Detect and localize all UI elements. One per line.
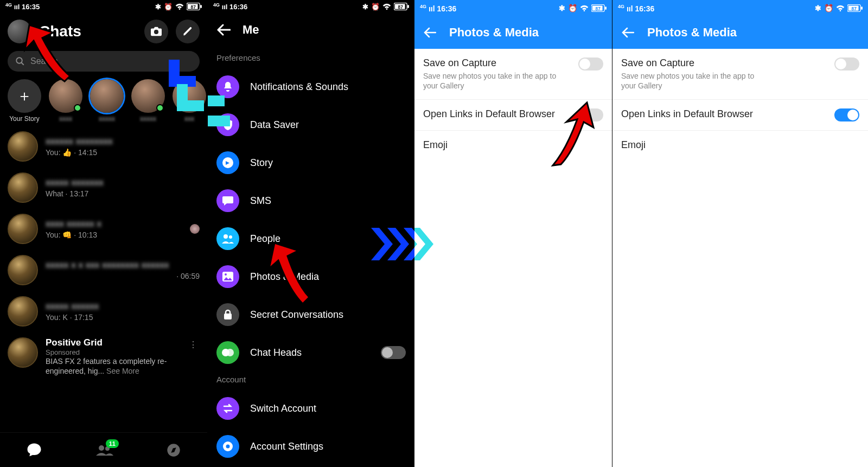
chat-row[interactable]: xxxx xxxxxx xYou: 👊 · 10:13 [0,208,207,250]
alarm-icon: ⏰ [371,3,380,11]
svg-rect-28 [605,7,607,10]
search-input[interactable]: Search [8,51,200,72]
battery-icon: 87 [847,4,863,12]
pref-account-settings[interactable]: Account Settings [208,427,414,465]
chat-row[interactable]: xxxxx x x xxx xxxxxxxx xxxxxx · 06:59 [0,250,207,291]
photo-icon [216,265,239,288]
bell-icon [216,75,239,98]
chat-heads-icon [216,341,239,364]
section-preferences: Preferences [208,50,414,68]
pref-switch-account[interactable]: Switch Account [208,389,414,427]
battery-icon: 87 [394,3,409,10]
svg-text:87: 87 [190,4,196,10]
alarm-icon: ⏰ [164,3,173,11]
pref-notifications[interactable]: Notifications & Sounds [208,68,414,106]
chat-heads-toggle[interactable] [381,346,406,359]
section-account: Account [208,372,414,389]
battery-icon: 87 [591,4,607,12]
your-story-add[interactable]: ＋ [8,79,41,113]
battery-icon: 87 [187,3,202,10]
row-open-links[interactable]: Open Links in Default Browser [612,100,868,131]
open-links-toggle[interactable] [834,108,859,121]
story-avatar[interactable] [173,79,206,113]
row-open-links[interactable]: Open Links in Default Browser [414,100,612,131]
pref-secret[interactable]: Secret Conversations [208,296,414,334]
row-save-on-capture[interactable]: Save on Capture Save new photos you take… [414,49,612,100]
pref-photos-media[interactable]: Photos & Media [208,258,414,296]
pref-chat-heads[interactable]: Chat Heads [208,334,414,372]
people-icon [216,227,239,250]
save-toggle[interactable] [834,57,859,71]
svg-text:87: 87 [595,6,601,11]
row-emoji[interactable]: Emoji [414,131,612,159]
row-save-on-capture[interactable]: Save on Capture Save new photos you take… [612,49,868,100]
chats-tab-icon[interactable] [26,442,42,458]
bottom-nav: 11 [0,432,207,467]
people-badge: 11 [106,439,119,448]
people-tab-icon[interactable]: 11 [95,443,113,458]
svg-text:87: 87 [398,4,403,10]
pref-data-saver[interactable]: Data Saver [208,106,414,144]
story-row[interactable]: ＋ Your Story xxxx xxxxx xxxxx xxx [0,76,207,126]
svg-rect-12 [407,5,409,8]
status-bar: 4G ııl 16:35 ✱ ⏰ 87 [0,0,207,13]
alarm-icon: ⏰ [824,4,833,12]
wifi-icon [580,5,589,11]
your-story-label: Your Story [8,115,41,123]
chat-row[interactable]: xxxxxx xxxxxxxxYou: 👍 · 14:15 [0,126,207,167]
camera-button[interactable] [144,20,168,43]
bluetooth-icon: ✱ [155,3,161,11]
svg-point-5 [16,57,22,63]
bluetooth-icon: ✱ [362,3,368,11]
save-toggle[interactable] [578,57,603,71]
status-bar: 4G ııl 16:36 ✱ ⏰ 87 [208,0,414,13]
page-title: Photos & Media [449,25,539,40]
svg-rect-19 [224,314,232,319]
sponsored-row[interactable]: Positive Grid Sponsored BIAS FX 2 featur… [0,332,207,381]
status-bar: 4G ııl 16:36 ✱ ⏰ 87 [612,0,868,16]
discover-tab-icon[interactable] [166,443,181,458]
chat-row[interactable]: xxxxx xxxxxxYou: K · 17:15 [0,291,207,332]
alarm-icon: ⏰ [568,4,577,12]
svg-point-16 [229,235,232,239]
back-button[interactable] [423,27,436,38]
story-icon [216,151,239,174]
wifi-icon [836,5,845,11]
svg-rect-2 [200,5,202,8]
pref-story[interactable]: Story [208,144,414,182]
story-avatar[interactable] [90,79,124,113]
switch-icon [216,397,239,420]
search-placeholder: Search [30,56,58,66]
svg-text:87: 87 [851,6,857,11]
wifi-icon [382,3,391,10]
lock-icon [216,303,239,326]
more-menu-icon[interactable]: ⋮ [187,337,200,352]
open-links-toggle[interactable] [578,108,603,121]
back-button[interactable] [621,27,634,38]
page-title: Chats [39,23,137,40]
svg-point-4 [154,30,158,34]
page-title: Me [242,23,259,37]
story-avatar[interactable] [49,79,82,113]
svg-line-6 [21,62,24,65]
gear-icon [216,435,239,458]
profile-avatar[interactable] [8,20,31,43]
wifi-icon [175,3,184,10]
compose-button[interactable] [176,20,200,43]
svg-point-21 [226,349,234,356]
pref-sms[interactable]: SMS [208,182,414,220]
bluetooth-icon: ✱ [559,4,565,12]
bluetooth-icon: ✱ [815,4,821,12]
story-avatar[interactable] [131,79,165,113]
back-button[interactable] [216,24,231,36]
sms-icon [216,189,239,212]
svg-point-15 [224,234,228,239]
chat-row[interactable]: xxxxx xxxxxxxWhat · 13:17 [0,167,207,208]
svg-point-7 [99,445,104,451]
shield-icon [216,113,239,136]
search-icon [15,56,25,66]
svg-rect-32 [861,7,863,10]
pref-people[interactable]: People [208,220,414,258]
status-bar: 4G ııl 16:36 ✱ ⏰ 87 [414,0,612,16]
row-emoji[interactable]: Emoji [612,131,868,159]
